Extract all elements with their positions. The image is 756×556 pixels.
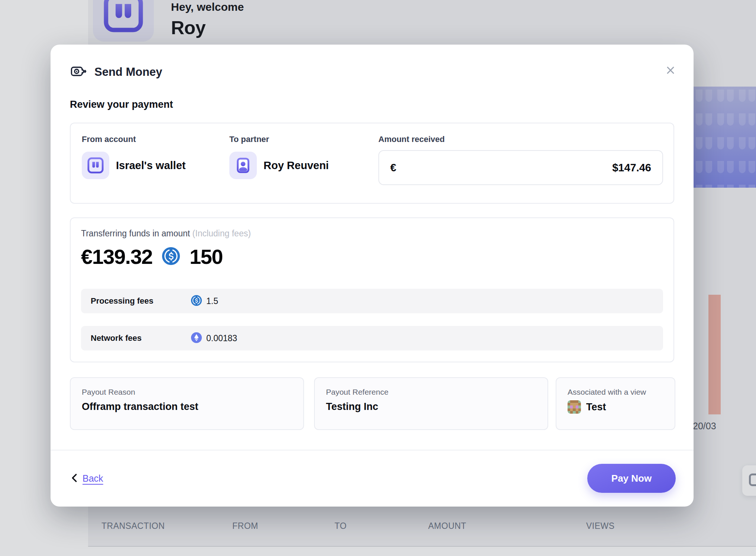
- associated-view-row: Test: [568, 400, 663, 414]
- network-fees-label: Network fees: [91, 333, 191, 343]
- modal-footer: Back Pay Now: [51, 450, 694, 507]
- to-partner-label: To partner: [229, 135, 329, 144]
- transfer-label: Transferring funds in amount (Including …: [81, 229, 663, 239]
- processing-fees-label: Processing fees: [91, 296, 191, 306]
- back-label: Back: [83, 473, 103, 484]
- processing-fees-row: Processing fees 1.5: [81, 289, 663, 313]
- currency-symbol: €: [390, 162, 396, 174]
- from-account-row: Israel's wallet: [82, 152, 185, 179]
- network-fees-row: Network fees 0.00183: [81, 326, 663, 350]
- wallet-logo-icon: [82, 152, 109, 179]
- app-screen: Hey, welcome Roy 20/03 TRANSACTION FROM …: [0, 0, 756, 556]
- send-money-modal: Send Money Review your payment From acco…: [51, 45, 694, 507]
- amount-received-label: Amount received: [378, 135, 663, 144]
- amount-received-block: Amount received € $147.46: [378, 135, 663, 185]
- amount-received-value: $147.46: [612, 162, 651, 174]
- to-partner-name: Roy Reuveni: [264, 159, 329, 172]
- from-account-block: From account Israel's wallet: [82, 135, 185, 179]
- transfer-amounts-row: €139.32 150: [81, 245, 663, 269]
- payout-reference-value: Testing Inc: [326, 401, 536, 413]
- fiat-amount: €139.32: [81, 245, 152, 269]
- send-money-icon: [70, 65, 86, 80]
- modal-title: Send Money: [94, 65, 162, 79]
- pixel-avatar: [568, 400, 581, 414]
- associated-view-value: Test: [586, 401, 606, 413]
- review-payment-heading: Review your payment: [70, 99, 173, 110]
- close-icon: [664, 64, 677, 78]
- amount-received-field[interactable]: € $147.46: [378, 150, 663, 185]
- payout-reason-value: Offramp transaction test: [82, 401, 292, 413]
- transfer-summary-card: Transferring funds in amount (Including …: [70, 217, 674, 362]
- close-button[interactable]: [664, 64, 677, 77]
- transfer-label-note: (Including fees): [193, 229, 251, 238]
- usdc-icon: [162, 247, 180, 266]
- transfer-label-text: Transferring funds in amount: [81, 229, 190, 238]
- payout-reason-card: Payout Reason Offramp transaction test: [70, 377, 304, 430]
- to-partner-row: Roy Reuveni: [229, 152, 329, 179]
- from-account-label: From account: [82, 135, 185, 144]
- from-account-name: Israel's wallet: [116, 159, 185, 172]
- processing-fees-value: 1.5: [206, 296, 218, 306]
- eth-icon: [191, 332, 202, 345]
- accounts-summary-card: From account Israel's wallet To partner: [70, 123, 674, 204]
- payout-reason-label: Payout Reason: [82, 388, 292, 397]
- back-button[interactable]: Back: [70, 450, 103, 507]
- modal-header: Send Money: [70, 64, 162, 80]
- usdc-icon: [191, 295, 202, 307]
- associated-view-card: Associated with a view Test: [556, 377, 675, 430]
- associated-view-label: Associated with a view: [568, 388, 663, 397]
- crypto-amount: 150: [190, 245, 223, 269]
- to-partner-block: To partner Roy Reuveni: [229, 135, 329, 179]
- network-fees-value: 0.00183: [206, 333, 237, 343]
- person-badge-icon: [229, 152, 257, 179]
- payout-reference-card: Payout Reference Testing Inc: [314, 377, 548, 430]
- pay-now-button[interactable]: Pay Now: [587, 464, 676, 493]
- payout-reference-label: Payout Reference: [326, 388, 536, 397]
- chevron-left-icon: [70, 473, 79, 484]
